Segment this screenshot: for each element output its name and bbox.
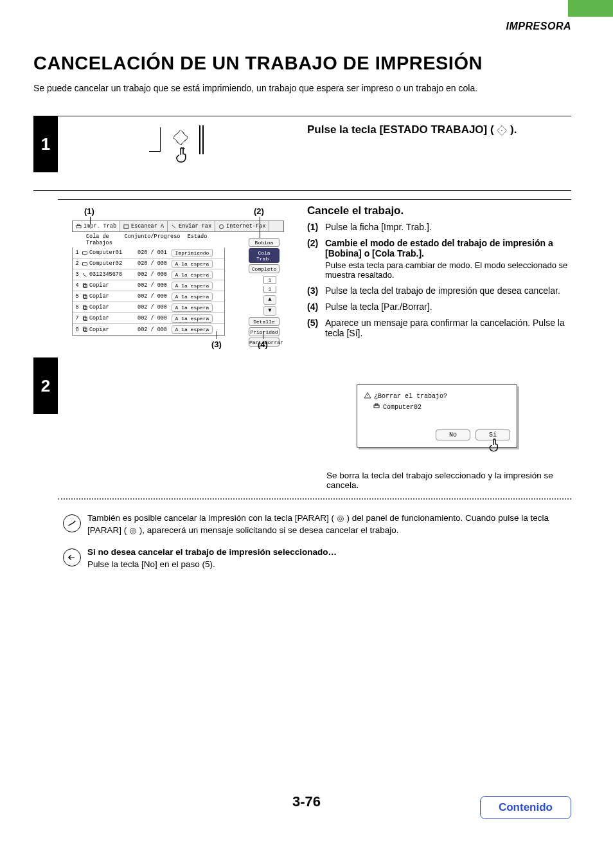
- scroll-down-button[interactable]: ▼: [263, 306, 276, 316]
- step2-title: Cancele el trabajo.: [307, 204, 404, 217]
- instruction-item: (1) Pulse la ficha [Impr. Trab.].: [307, 222, 568, 232]
- status-key-icon: [173, 131, 188, 147]
- page-title: CANCELACIÓN DE UN TRABAJO DE IMPRESIÓN: [33, 53, 483, 74]
- job-progress: 002 / 000: [133, 315, 172, 321]
- col-status: Estado: [181, 233, 213, 246]
- tab-scan-to[interactable]: Escanear A: [120, 221, 168, 231]
- svg-rect-13: [83, 305, 86, 308]
- tab-send-fax[interactable]: Enviar Fax: [168, 221, 215, 231]
- svg-rect-12: [84, 295, 87, 298]
- job-row[interactable]: 6Copiar002 / 000A la espera: [73, 302, 224, 313]
- svg-point-6: [219, 224, 223, 228]
- confirm-dialog: ¿Borrar el trabajo? Computer02 No Sí: [357, 384, 517, 448]
- side-panel: Bobina Cola Trab. Completo 1 1 ▲ ▼ Detal…: [249, 238, 280, 348]
- job-name: Copiar: [89, 315, 133, 321]
- prioridad-button[interactable]: Prioridad: [249, 327, 280, 336]
- item-text: Cambie el modo de estado del trabajo de …: [325, 238, 553, 258]
- dialog-no-button[interactable]: No: [436, 429, 470, 440]
- callout-2: (2): [254, 206, 264, 216]
- completo-button[interactable]: Completo: [249, 264, 280, 273]
- job-progress: 002 / 000: [133, 293, 172, 300]
- page-bot: 1: [263, 286, 276, 293]
- svg-rect-8: [82, 262, 87, 265]
- bobina-button[interactable]: Bobina: [249, 238, 280, 247]
- item-text: Pulse la tecla [Par./Borrar].: [325, 302, 568, 312]
- press-hand-icon: [173, 146, 193, 165]
- job-row[interactable]: 4Copiar002 / 000A la espera: [73, 280, 224, 291]
- job-name: Copiar: [89, 304, 133, 311]
- job-status: A la espera: [172, 325, 213, 334]
- note-1: También es posible cancelar la impresión…: [87, 512, 568, 537]
- item-number: (3): [307, 285, 325, 296]
- job-num: 5: [74, 293, 80, 300]
- job-status-figure: (1) (2) Impr. Trab Escanear A Enviar Fax…: [72, 221, 284, 349]
- job-progress: 002 / 000: [133, 327, 172, 333]
- job-status: A la espera: [172, 314, 213, 323]
- tab-internet-fax[interactable]: Internet-Fax: [215, 221, 269, 231]
- job-name: 0312345678: [89, 271, 133, 278]
- item-text: Aparece un mensaje para confirmar la can…: [325, 318, 568, 338]
- note1-c: ), aparecerá un mensaje solicitando si s…: [139, 525, 399, 535]
- job-name: Copiar: [89, 282, 133, 289]
- job-progress: 020 / 001: [133, 249, 172, 256]
- svg-rect-14: [84, 306, 87, 309]
- svg-point-2: [502, 130, 503, 131]
- stop-icon: [337, 514, 344, 522]
- stop-icon: [129, 527, 137, 534]
- note2-bold: Si no desea cancelar el trabajo de impre…: [87, 547, 337, 557]
- step1-title-b: ).: [510, 123, 517, 136]
- job-row[interactable]: 7Copiar002 / 000A la espera: [73, 313, 224, 324]
- after-dialog-text: Se borra la tecla del trabajo selecciona…: [326, 471, 568, 490]
- job-name: Copiar: [89, 327, 133, 333]
- scroll-up-button[interactable]: ▲: [263, 295, 276, 305]
- step1-graphic: [149, 125, 217, 170]
- job-row[interactable]: 1Computer01020 / 001Imprimiendo: [73, 248, 224, 258]
- job-copy-icon: [80, 283, 89, 289]
- job-status: Imprimiendo: [172, 249, 213, 257]
- back-icon: [63, 548, 81, 566]
- note-2: Si no desea cancelar el trabajo de impre…: [87, 547, 568, 571]
- callout-3: (3): [211, 339, 222, 349]
- job-copy-icon: [80, 327, 89, 332]
- instruction-item: (4) Pulse la tecla [Par./Borrar].: [307, 302, 568, 312]
- press-hand-icon: [487, 437, 504, 456]
- svg-rect-3: [76, 226, 81, 228]
- item-number: (4): [307, 302, 325, 312]
- svg-rect-4: [78, 224, 80, 226]
- job-row[interactable]: 2Computer02020 / 000A la espera: [73, 258, 224, 269]
- tab-print-jobs[interactable]: Impr. Trab: [73, 221, 120, 231]
- col-queue: Cola de Trabajos: [72, 233, 123, 246]
- job-num: 3: [74, 271, 80, 278]
- step1-title-a: Pulse la tecla [ESTADO TRABAJO] (: [307, 123, 494, 136]
- svg-rect-21: [374, 405, 379, 408]
- col-progress: Conjunto/Progreso: [123, 233, 181, 246]
- status-key-inline-icon: [497, 123, 510, 136]
- detalle-button[interactable]: Detalle: [249, 317, 280, 326]
- step-number-2: 2: [33, 357, 58, 414]
- svg-rect-16: [84, 317, 87, 320]
- svg-rect-7: [82, 251, 87, 254]
- job-progress: 002 / 000: [133, 271, 172, 278]
- svg-rect-15: [83, 316, 86, 319]
- contents-button[interactable]: Contenido: [480, 796, 571, 819]
- rule: [58, 116, 571, 116]
- job-num: 2: [74, 260, 80, 267]
- job-row[interactable]: 30312345678002 / 000A la espera: [73, 269, 224, 280]
- svg-rect-9: [83, 283, 86, 286]
- tab-label: Enviar Fax: [179, 223, 211, 230]
- header-color-tab: [568, 0, 613, 17]
- svg-point-25: [130, 529, 136, 534]
- job-row[interactable]: 5Copiar002 / 000A la espera: [73, 291, 224, 302]
- item-number: (5): [307, 318, 325, 338]
- scan-icon: [123, 224, 129, 229]
- job-row[interactable]: 8Copiar002 / 000A la espera: [73, 324, 224, 335]
- job-print-icon: [80, 261, 89, 267]
- divider: [33, 190, 571, 191]
- step2-instructions: (1) Pulse la ficha [Impr. Trab.]. (2) Ca…: [307, 222, 568, 344]
- svg-point-26: [132, 530, 134, 532]
- dialog-question: ¿Borrar el trabajo?: [374, 393, 447, 400]
- svg-rect-10: [84, 284, 87, 287]
- item-number: (2): [307, 238, 325, 280]
- job-phone-icon: [80, 272, 89, 278]
- cola-trab-button[interactable]: Cola Trab.: [249, 248, 280, 263]
